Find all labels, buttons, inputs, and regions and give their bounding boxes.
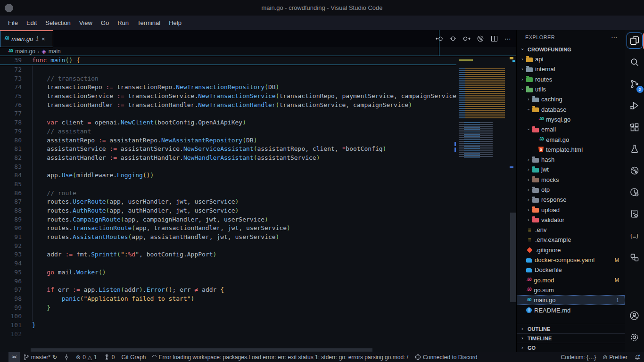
settings-gear-icon[interactable] [627,329,642,345]
git-branch[interactable]: master*↻ [20,352,60,362]
extensions-icon[interactable] [627,120,642,135]
source-control-badge: 2 [636,86,644,93]
more-actions-icon[interactable]: ⋯ [503,34,512,43]
status-text: 0 [83,354,86,361]
menu-item-terminal[interactable]: Terminal [133,17,165,28]
section-outline[interactable]: ›OUTLINE [517,324,625,333]
code-line-101: 101} [0,321,456,330]
go-file-icon: GO [538,117,544,121]
tree-item-.env.example[interactable]: ≡.env.example [517,235,625,245]
menu-item-selection[interactable]: Selection [41,17,74,28]
split-editor-icon[interactable] [489,34,499,43]
tree-item-template.html[interactable]: 5template.html [517,145,625,155]
tree-item-label: api [535,56,543,63]
tree-item-main.go[interactable]: GOmain.go1 [517,295,625,305]
tree-item-response[interactable]: ›response [517,195,625,205]
git-graph[interactable]: Git Graph [118,352,149,362]
folder-icon [532,188,539,193]
tree-item-api[interactable]: ›api [517,54,625,64]
section-timeline[interactable]: ›TIMELINE [517,333,625,343]
testing-icon[interactable] [627,141,642,156]
remote-indicator[interactable]: >< [8,352,20,362]
tree-item-utils[interactable]: ›utils [517,84,625,94]
menu-item-go[interactable]: Go [97,17,113,28]
tree-item-email.go[interactable]: GOemail.go [517,134,625,144]
search-icon[interactable] [627,55,642,70]
explorer-icon[interactable] [627,33,642,48]
tree-item-mocks[interactable]: ›mocks [517,175,625,185]
tree-item-README.md[interactable]: iREADME.md [517,305,625,315]
status-right: Codeium: {…}⊘Prettier [558,352,644,362]
ports[interactable]: 0 [100,352,118,362]
tree-item-caching[interactable]: ›caching [517,94,625,104]
notifications[interactable] [631,352,644,362]
git-graph-icon[interactable] [627,163,642,178]
code-runner-icon[interactable] [627,206,642,222]
window-title: main.go - crowdfunding - Visual Studio C… [0,4,644,11]
code-editor[interactable]: 39func main() { 7273 // transaction74 tr… [0,56,516,352]
tree-item-database[interactable]: ›database [517,104,625,114]
git-commit-icon [64,354,69,361]
section-label: OUTLINE [528,326,550,332]
code-line-87: 87 routes.UserRoute(app, userHandler, jw… [0,197,456,206]
minimap-body-accent [464,122,480,158]
prettier-status[interactable]: ⊘Prettier [599,352,631,362]
tree-item-.gitignore[interactable]: .gitignore [517,245,625,255]
breadcrumb-symbol[interactable]: main [49,48,61,55]
tree-item-.env[interactable]: ≡.env [517,225,625,235]
explorer-more-actions-icon[interactable]: ⋯ [611,33,618,41]
tree-item-label: Dockerfile [535,266,562,273]
vertical-scrollbar[interactable] [510,213,516,302]
tree-item-email[interactable]: ›email [517,124,625,134]
current-change-icon[interactable] [448,34,458,43]
problems[interactable]: ⊗0△1 [73,352,100,362]
tree-item-upload[interactable]: ›upload [517,205,625,214]
git-commit-action[interactable] [60,352,73,362]
menu-item-help[interactable]: Help [165,17,186,28]
tree-item-docker-compose.yaml[interactable]: docker-compose.yamlM [517,255,625,265]
tree-item-internal[interactable]: ›internal [517,64,625,74]
previous-change-icon[interactable] [435,34,444,43]
modified-line-marker [454,142,456,146]
tree-item-go.mod[interactable]: GOgo.modM [517,275,625,285]
code-lines[interactable]: 7273 // transaction74 transactionRepo :=… [0,66,456,338]
overview-marker-yellow [510,57,513,59]
folder-icon [526,77,533,82]
git-graph-view-icon[interactable] [476,34,485,43]
menu-item-view[interactable]: View [75,17,97,28]
codeium-status[interactable]: Codeium: {…} [558,352,600,362]
tree-item-mysql.go[interactable]: GOmysql.go [517,115,625,124]
workspace-error[interactable]: Error loading workspace: packages.Load e… [149,352,412,362]
codeium-icon[interactable]: {…} [627,228,642,243]
section-go[interactable]: ›GO [517,343,625,352]
minimap-imports-accent [459,68,465,118]
minimap[interactable] [456,56,509,352]
tree-item-jwt[interactable]: ›jwt [517,165,625,174]
tree-item-validator[interactable]: ›validator [517,215,625,225]
tree-item-hash[interactable]: ›hash [517,155,625,165]
tree-item-Dockerfile[interactable]: Dockerfile [517,265,625,275]
run-debug-icon[interactable] [627,98,642,113]
tree-item-routes[interactable]: ›routes [517,74,625,84]
gitlens-icon[interactable] [627,185,642,200]
next-change-icon[interactable] [462,34,471,43]
sticky-scroll-line[interactable]: 39func main() { [0,56,456,65]
source-control-icon[interactable]: 2 [627,76,642,91]
breadcrumb-file[interactable]: main.go [15,48,35,55]
menu-item-file[interactable]: File [4,17,22,28]
section-crowdfunding[interactable]: › CROWDFUNDING [517,44,625,54]
title-bar: main.go - crowdfunding - Visual Studio C… [0,0,644,16]
discord-status[interactable]: Connected to Discord [412,352,480,362]
horizontal-scrollbar[interactable] [31,348,372,352]
tree-item-otp[interactable]: ›otp [517,185,625,195]
folder-icon [532,218,539,222]
tree-item-go.sum[interactable]: GOgo.sum [517,285,625,295]
menu-item-run[interactable]: Run [113,17,133,28]
code-line-75: 75 transactionService := transactionServ… [0,92,456,101]
menu-item-edit[interactable]: Edit [22,17,41,28]
tab-close-icon[interactable]: × [41,35,45,42]
account-icon[interactable] [627,308,642,323]
section-label: TIMELINE [528,336,552,341]
tab-main-go[interactable]: GO main.go 1 × [0,30,53,47]
remote-explorer-icon[interactable] [627,250,642,265]
